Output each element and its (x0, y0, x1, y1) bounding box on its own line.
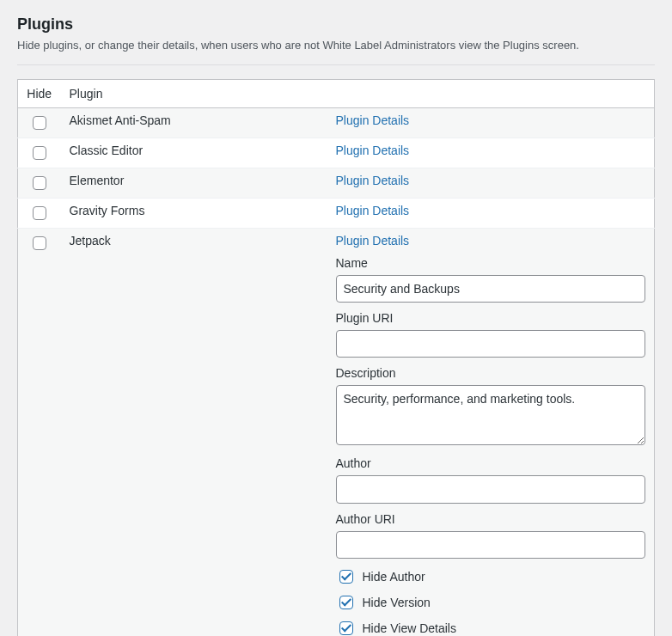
plugin-details-link[interactable]: Plugin Details (336, 204, 410, 217)
plugin-details-cell: Plugin Details (327, 198, 655, 228)
hide-plugin-checkbox[interactable] (33, 116, 46, 130)
plugin-details-cell: Plugin Details (327, 107, 655, 138)
plugin-details-link[interactable]: Plugin Details (336, 113, 410, 127)
hide-plugin-checkbox[interactable] (33, 176, 46, 190)
detail-author-uri-label: Author URI (336, 512, 646, 526)
plugin-name: Akismet Anti-Spam (61, 107, 327, 138)
detail-plugin-uri-input[interactable] (336, 330, 645, 358)
detail-description-label: Description (336, 366, 646, 380)
hide-plugin-checkbox[interactable] (33, 146, 46, 160)
table-row: JetpackPlugin DetailsNamePlugin URIDescr… (18, 228, 655, 636)
plugin-name: Classic Editor (61, 138, 327, 168)
hide-cell (18, 228, 61, 636)
hide-version-checkbox[interactable] (339, 596, 353, 609)
plugins-table: Hide Plugin Akismet Anti-SpamPlugin Deta… (17, 79, 655, 637)
detail-name-input[interactable] (336, 275, 645, 303)
hide-cell (18, 138, 61, 168)
hide-plugin-checkbox[interactable] (33, 236, 46, 250)
hide-cell (18, 168, 61, 198)
hide-cell (18, 198, 61, 228)
detail-description-textarea[interactable]: Security, performance, and marketing too… (336, 385, 645, 445)
section-description: Hide plugins, or change their details, w… (17, 37, 655, 65)
col-header-hide: Hide (18, 79, 61, 107)
detail-author-input[interactable] (336, 475, 645, 503)
detail-plugin-uri-label: Plugin URI (336, 311, 646, 325)
col-header-details (327, 79, 655, 107)
hide-author-label: Hide Author (363, 570, 425, 584)
plugin-details-link[interactable]: Plugin Details (336, 144, 410, 157)
plugin-details-link[interactable]: Plugin Details (336, 174, 410, 187)
plugin-details-panel: NamePlugin URIDescriptionSecurity, perfo… (336, 256, 646, 637)
plugin-details-link[interactable]: Plugin Details (336, 234, 410, 248)
detail-name-label: Name (336, 256, 646, 270)
detail-author-label: Author (336, 456, 646, 470)
hide-version-label: Hide Version (363, 596, 431, 609)
hide-author-checkbox[interactable] (339, 570, 353, 584)
plugin-name: Gravity Forms (61, 198, 327, 228)
plugin-name: Elementor (61, 168, 327, 198)
col-header-plugin: Plugin (61, 79, 327, 107)
detail-author-uri-input[interactable] (336, 531, 645, 559)
plugin-details-cell: Plugin DetailsNamePlugin URIDescriptionS… (327, 228, 655, 636)
table-row: ElementorPlugin Details (18, 168, 655, 198)
plugin-name: Jetpack (61, 228, 327, 636)
hide-view-details-checkbox[interactable] (339, 621, 353, 635)
section-title: Plugins (17, 15, 655, 34)
hide-cell (18, 107, 61, 138)
hide-view-details-label: Hide View Details (363, 621, 456, 635)
plugin-details-cell: Plugin Details (327, 138, 655, 168)
hide-plugin-checkbox[interactable] (33, 206, 46, 220)
table-row: Gravity FormsPlugin Details (18, 198, 655, 228)
table-row: Classic EditorPlugin Details (18, 138, 655, 168)
table-row: Akismet Anti-SpamPlugin Details (18, 107, 655, 138)
plugin-details-cell: Plugin Details (327, 168, 655, 198)
